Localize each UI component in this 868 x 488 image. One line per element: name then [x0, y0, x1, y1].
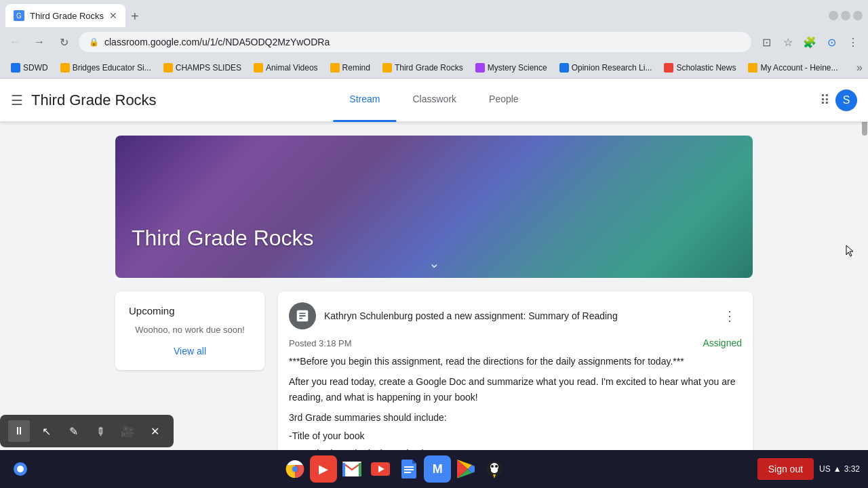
bookmark-scholastic[interactable]: Scholastic News — [658, 62, 741, 74]
taskbar-docs[interactable] — [395, 455, 422, 483]
taskbar-signal: ▲ — [833, 464, 842, 474]
close-btn[interactable] — [853, 11, 863, 20]
taskbar-gmail[interactable] — [338, 455, 366, 483]
svg-rect-10 — [404, 466, 414, 468]
user-avatar[interactable]: S — [835, 89, 857, 111]
bookmark-mystery-science[interactable]: Mystery Science — [470, 62, 553, 74]
bookmark-animal-videos[interactable]: Animal Videos — [248, 62, 323, 74]
svg-rect-12 — [404, 472, 411, 473]
reload-btn[interactable]: ↻ — [54, 33, 73, 52]
window-controls — [829, 11, 863, 20]
taskbar-chrome[interactable] — [281, 455, 309, 483]
svg-point-19 — [491, 465, 494, 468]
header-actions: ⠿ S — [820, 89, 857, 111]
taskbar-apps: ▶ — [35, 455, 755, 483]
post-more-options-btn[interactable]: ⋮ — [717, 304, 742, 328]
upcoming-empty-message: Woohoo, no work due soon! — [129, 325, 251, 335]
float-cursor-btn[interactable]: ↖ — [35, 420, 57, 442]
active-tab[interactable]: G Third Grade Rocks ✕ — [5, 4, 125, 27]
tab-close-btn[interactable]: ✕ — [109, 10, 117, 21]
bookmark-remind[interactable]: Remind — [325, 62, 376, 74]
float-close-btn[interactable]: ✕ — [144, 420, 165, 442]
svg-point-20 — [495, 465, 498, 468]
float-marker-btn[interactable]: ✎ — [85, 415, 115, 446]
scrollbar-area — [861, 75, 868, 450]
tab-title: Third Grade Rocks — [30, 11, 104, 21]
taskbar-m-app[interactable]: M — [424, 455, 451, 483]
taskbar-youtube[interactable] — [367, 455, 394, 483]
bookmarks-bar: SDWD Bridges Educator Si... CHAMPS SLIDE… — [0, 57, 868, 79]
svg-point-1 — [17, 466, 24, 472]
taskbar-screencast[interactable]: ▶ — [310, 455, 337, 483]
post-timestamp: Posted 3:18 PM — [289, 338, 352, 348]
post-author-text: Kathryn Schulenburg posted a new assignm… — [324, 310, 618, 321]
address-text: classroom.google.com/u/1/c/NDA5ODQ2MzYwO… — [104, 37, 330, 47]
minimize-btn[interactable] — [829, 11, 838, 20]
hamburger-menu-btn[interactable]: ☰ — [11, 92, 23, 108]
assigned-badge: Assigned — [703, 338, 742, 348]
bookmark-champs-icon — [163, 63, 173, 73]
cast-icon[interactable]: ⊡ — [757, 33, 776, 52]
post-timestamp-row: Posted 3:18 PM Assigned — [289, 338, 742, 348]
post-assignment-icon — [289, 302, 316, 329]
browser-toolbar: ← → ↻ 🔒 classroom.google.com/u/1/c/NDA5O… — [0, 27, 868, 57]
bookmark-scholastic-icon — [664, 63, 673, 73]
sign-out-btn[interactable]: Sign out — [757, 458, 814, 480]
bookmark-star-icon[interactable]: ☆ — [778, 33, 797, 52]
tab-stream[interactable]: Stream — [333, 79, 396, 122]
svg-rect-11 — [404, 469, 414, 470]
post-header: Kathryn Schulenburg posted a new assignm… — [278, 291, 753, 338]
tab-people[interactable]: People — [473, 79, 535, 122]
upcoming-title: Upcoming — [129, 305, 251, 317]
bookmark-myacct-icon — [748, 63, 757, 73]
menu-icon[interactable]: ⋮ — [844, 33, 863, 52]
taskbar-locale: US — [819, 464, 831, 474]
upcoming-card: Upcoming Woohoo, no work due soon! View … — [115, 291, 264, 370]
post-line-4: -Title of your book — [289, 428, 742, 443]
bookmark-champs[interactable]: CHAMPS SLIDES — [158, 62, 247, 74]
bookmark-opinion-research[interactable]: Opinion Research Li... — [554, 62, 658, 74]
float-pen-btn[interactable]: ✎ — [62, 420, 84, 442]
toolbar-icons: ⊡ ☆ 🧩 ⊙ ⋮ — [757, 33, 863, 52]
bookmark-my-account[interactable]: My Account - Heine... — [743, 62, 843, 74]
bookmark-ms-icon — [475, 63, 485, 73]
tab-favicon: G — [14, 10, 24, 21]
post-line-3: 3rd Grade summaries should include: — [289, 410, 742, 425]
profile-icon[interactable]: ⊙ — [822, 33, 841, 52]
header-tabs: Stream Classwork People — [333, 79, 534, 122]
svg-point-21 — [491, 468, 498, 473]
float-camera-btn[interactable]: 🎥 — [117, 420, 138, 442]
apps-grid-btn[interactable]: ⠿ — [820, 92, 830, 108]
post-line-2: After you read today, create a Google Do… — [289, 374, 742, 405]
bookmark-sdwd[interactable]: SDWD — [5, 62, 54, 74]
tab-classwork[interactable]: Classwork — [396, 79, 473, 122]
banner-chevron-btn[interactable]: ⌄ — [429, 255, 440, 271]
post-meta: Kathryn Schulenburg posted a new assignm… — [324, 310, 709, 322]
bookmark-tgr-icon — [382, 63, 392, 73]
banner-title: Third Grade Rocks — [132, 226, 314, 251]
bookmark-bridges[interactable]: Bridges Educator Si... — [55, 62, 157, 74]
browser-chrome: G Third Grade Rocks ✕ + ← → ↻ 🔒 classroo… — [0, 0, 868, 79]
post-line-1: ***Before you begin this assignment, rea… — [289, 354, 742, 369]
back-btn[interactable]: ← — [5, 33, 24, 52]
address-bar[interactable]: 🔒 classroom.google.com/u/1/c/NDA5ODQ2MzY… — [79, 32, 751, 52]
svg-point-4 — [292, 466, 298, 472]
forward-btn[interactable]: → — [30, 33, 49, 52]
extensions-icon[interactable]: 🧩 — [800, 33, 819, 52]
system-menu-icon[interactable] — [8, 457, 33, 481]
bookmark-third-grade[interactable]: Third Grade Rocks — [377, 62, 469, 74]
view-all-btn[interactable]: View all — [129, 346, 251, 357]
floating-toolbar: ⏸ ↖ ✎ ✎ 🎥 ✕ — [0, 415, 174, 447]
bookmarks-more-btn[interactable]: » — [856, 62, 863, 74]
title-bar: G Third Grade Rocks ✕ + — [0, 0, 868, 27]
classroom-title: Third Grade Rocks — [31, 92, 157, 109]
taskbar-play-store[interactable] — [452, 455, 479, 483]
classroom-header: ☰ Third Grade Rocks Stream Classwork Peo… — [0, 79, 868, 122]
taskbar-left — [8, 457, 33, 481]
float-pause-btn[interactable]: ⏸ — [8, 420, 30, 442]
tab-bar: G Third Grade Rocks ✕ + — [5, 4, 144, 27]
bookmark-opinion-icon — [559, 63, 569, 73]
new-tab-btn[interactable]: + — [125, 6, 144, 27]
maximize-btn[interactable] — [841, 11, 850, 20]
taskbar-crostini[interactable] — [481, 455, 508, 483]
